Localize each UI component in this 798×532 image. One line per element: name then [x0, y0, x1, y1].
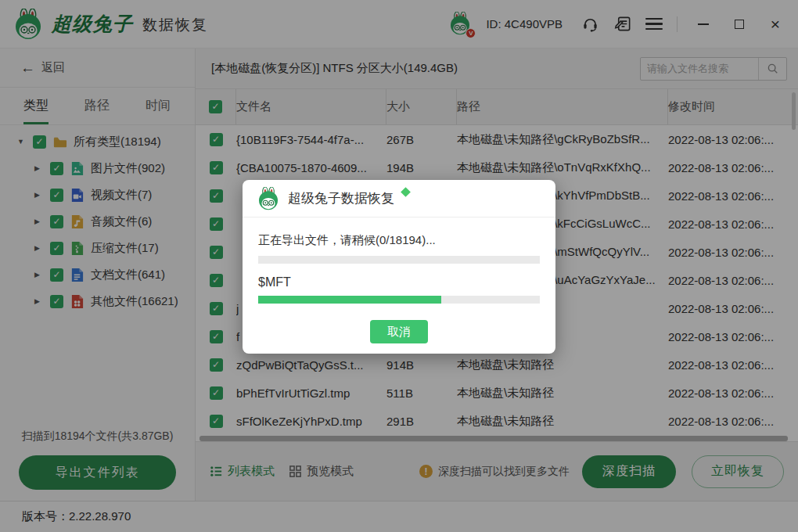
cancel-button[interactable]: 取消 — [370, 320, 428, 343]
file-progress-fill — [258, 296, 441, 304]
export-progress-dialog: 超级兔子数据恢复 正在导出文件，请稍候(0/18194)... $MFT 取消 — [243, 180, 555, 354]
current-file-name: $MFT — [258, 275, 540, 289]
dialog-header: 超级兔子数据恢复 — [243, 180, 555, 217]
file-progress-bar — [258, 296, 540, 304]
dialog-logo-icon — [257, 187, 280, 210]
total-progress-bar — [258, 256, 540, 264]
export-status-text: 正在导出文件，请稍候(0/18194)... — [258, 233, 540, 248]
diamond-accent-icon — [401, 187, 411, 197]
dialog-title: 超级兔子数据恢复 — [288, 189, 394, 207]
